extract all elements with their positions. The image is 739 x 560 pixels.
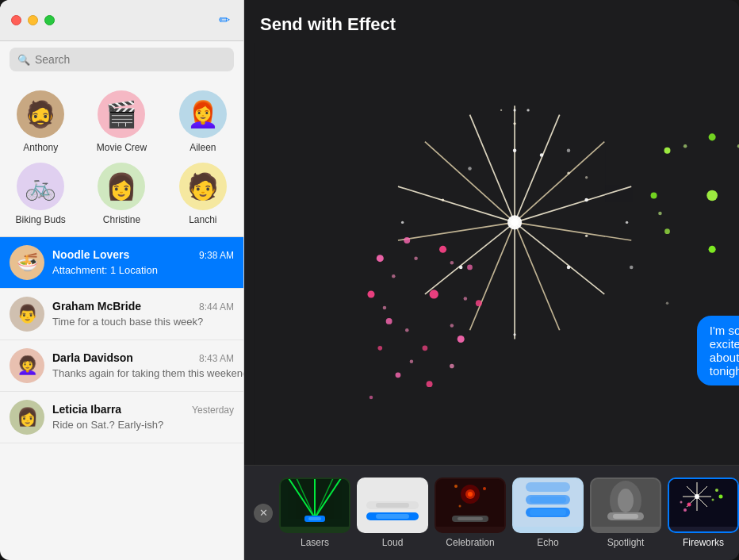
svg-rect-111	[669, 478, 737, 527]
effect-fireworks[interactable]: Fireworks	[668, 478, 739, 548]
svg-rect-0	[255, 43, 739, 465]
effect-label-echo: Echo	[537, 537, 558, 548]
svg-point-21	[567, 266, 571, 270]
maximize-button[interactable]	[44, 15, 55, 25]
effect-spotlight[interactable]: Spotlight	[590, 478, 661, 548]
svg-point-39	[386, 318, 392, 324]
svg-rect-104	[530, 497, 566, 503]
svg-point-121	[715, 489, 718, 492]
conversation-graham-mcbride[interactable]: 👨 Graham McBride 8:44 AM Time for a touc…	[0, 289, 243, 340]
svg-point-68	[377, 346, 382, 351]
svg-point-67	[396, 372, 401, 378]
avatar-darla-davidson: 👩‍🦱	[10, 348, 44, 383]
svg-point-48	[430, 290, 438, 298]
effect-thumbnail-loud	[357, 478, 428, 533]
svg-point-15	[513, 149, 517, 153]
conversation-leticia-ibarra[interactable]: 👩 Leticia Ibarra Yesterday Ride on Sat.?…	[0, 392, 243, 443]
conv-header-leticia: Leticia Ibarra Yesterday	[52, 403, 234, 416]
effect-label-fireworks: Fireworks	[683, 537, 724, 548]
contact-name-christine: Christine	[103, 214, 140, 225]
conv-name-noodle-lovers: Noodle Lovers	[52, 248, 129, 261]
svg-point-41	[392, 274, 396, 278]
svg-point-66	[706, 190, 718, 201]
conv-preview-noodle-lovers: Attachment: 1 Location	[52, 264, 158, 276]
main-content: Send with Effect	[244, 0, 739, 560]
effects-scroll: Lasers Loud	[244, 466, 739, 560]
svg-point-44	[464, 297, 468, 301]
conv-name-leticia: Leticia Ibarra	[52, 403, 121, 416]
effect-echo[interactable]: Echo	[512, 478, 584, 548]
conversation-noodle-lovers[interactable]: 🍜 Noodle Lovers 9:38 AM Attachment: 1 Lo…	[0, 237, 243, 289]
conv-name-darla: Darla Davidson	[52, 351, 133, 364]
svg-point-47	[383, 306, 387, 310]
echo-preview-svg	[514, 478, 582, 527]
svg-point-74	[585, 176, 588, 178]
search-icon: 🔍	[17, 54, 30, 66]
svg-point-126	[680, 501, 683, 504]
svg-point-49	[664, 148, 671, 154]
svg-point-19	[584, 198, 588, 202]
minimize-button[interactable]	[28, 15, 38, 25]
svg-point-57	[683, 144, 687, 148]
conv-info-noodle-lovers: Noodle Lovers 9:38 AM Attachment: 1 Loca…	[52, 248, 234, 277]
contact-name-lanchi: Lanchi	[189, 214, 216, 225]
svg-point-71	[370, 396, 373, 400]
sidebar: ✏ 🔍 🧔 Anthony 🎬 Movie Crew 👩‍🦰 Aileen	[0, 0, 244, 560]
page-title: Send with Effect	[260, 14, 396, 34]
close-effects-button[interactable]: ✕	[254, 504, 273, 523]
pinned-contact-anthony[interactable]: 🧔 Anthony	[0, 86, 81, 158]
svg-point-69	[410, 360, 414, 364]
svg-point-25	[511, 219, 519, 226]
lasers-preview-svg	[281, 478, 349, 527]
svg-point-123	[712, 499, 714, 501]
message-text: I'm so excited about tonight!	[710, 324, 739, 378]
compose-button[interactable]: ✏	[216, 13, 232, 29]
search-input[interactable]	[35, 53, 226, 66]
pinned-contact-lanchi[interactable]: 🧑 Lanchi	[163, 158, 243, 230]
fireworks-preview-svg	[669, 478, 737, 527]
effect-thumbnail-celebration	[435, 478, 506, 533]
svg-rect-102	[530, 509, 566, 516]
conv-time-darla: 8:43 AM	[199, 353, 234, 364]
conversation-list: 🍜 Noodle Lovers 9:38 AM Attachment: 1 Lo…	[0, 237, 243, 560]
svg-rect-90	[376, 503, 409, 508]
close-button[interactable]	[11, 15, 21, 25]
svg-point-108	[618, 489, 634, 512]
svg-point-124	[683, 508, 687, 512]
pinned-contact-movie-crew[interactable]: 🎬 Movie Crew	[81, 86, 162, 158]
avatar-lanchi: 🧑	[179, 163, 227, 210]
conversation-darla-davidson[interactable]: 👩‍🦱 Darla Davidson 8:43 AM Thanks again …	[0, 340, 243, 392]
effect-celebration[interactable]: Celebration	[435, 478, 506, 548]
avatar-graham-mcbride: 👨	[10, 297, 44, 332]
avatar-movie-crew: 🎬	[98, 90, 145, 138]
conv-time-leticia: Yesterday	[192, 405, 234, 416]
contact-name-anthony: Anthony	[23, 142, 58, 153]
svg-point-43	[450, 261, 454, 265]
pinned-contact-christine[interactable]: 👩 Christine	[81, 158, 162, 230]
avatar-biking-buds: 🚲	[17, 163, 64, 210]
conv-info-graham: Graham McBride 8:44 AM Time for a touch …	[52, 300, 234, 328]
svg-point-29	[401, 221, 404, 224]
svg-point-28	[626, 221, 628, 224]
svg-point-34	[439, 246, 446, 253]
svg-point-40	[367, 290, 374, 297]
spotlight-preview-svg	[592, 478, 660, 527]
pinned-contact-aileen[interactable]: 👩‍🦰 Aileen	[163, 86, 243, 158]
svg-point-55	[664, 228, 670, 234]
conv-name-graham: Graham McBride	[52, 300, 141, 313]
svg-point-26	[526, 109, 529, 111]
svg-point-38	[423, 345, 428, 351]
celebration-preview-svg	[436, 478, 504, 527]
main-header: Send with Effect	[244, 0, 739, 43]
avatar-leticia-ibarra: 👩	[10, 400, 44, 435]
contact-name-biking-buds: Biking Buds	[15, 214, 65, 225]
conv-header-graham: Graham McBride 8:44 AM	[52, 300, 234, 313]
effect-label-spotlight: Spotlight	[607, 537, 645, 548]
svg-point-33	[404, 237, 410, 244]
conv-header-noodle-lovers: Noodle Lovers 9:38 AM	[52, 248, 234, 261]
svg-point-36	[476, 300, 482, 306]
effect-lasers[interactable]: Lasers	[279, 478, 350, 548]
effect-loud[interactable]: Loud	[357, 478, 428, 548]
svg-point-56	[651, 192, 657, 198]
pinned-contact-biking-buds[interactable]: 🚲 Biking Buds	[0, 158, 81, 230]
